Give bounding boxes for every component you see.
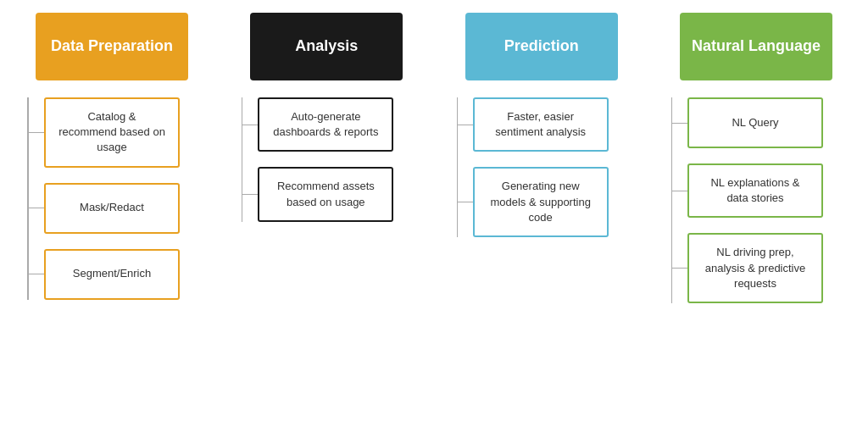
item-label-nl-explanations: NL explanations & data stories [701, 175, 810, 206]
header-label-data-preparation: Data Preparation [51, 36, 173, 56]
h-tick-generating [458, 202, 473, 202]
h-tick-nl-driving [672, 268, 687, 269]
h-tick [29, 132, 44, 133]
item-label-recommend: Recommend assets based on usage [271, 179, 380, 209]
items-stack-green: NL Query NL explanations & data stories … [672, 97, 841, 303]
h-tick-nl-query [672, 123, 687, 124]
header-data-preparation: Data Preparation [36, 13, 188, 80]
item-box-autogenerate: Auto-generate dashboards & reports [258, 97, 393, 152]
item-label-autogenerate: Auto-generate dashboards & reports [271, 109, 380, 140]
item-row-autogenerate: Auto-generate dashboards & reports [242, 97, 411, 152]
main-diagram: Data Preparation Catalog & recommend bas… [19, 13, 849, 419]
column-body-prediction: Faster, easier sentiment analysis Genera… [457, 97, 626, 237]
item-row-catalog: Catalog & recommend based on usage [29, 97, 197, 168]
header-analysis: Analysis [250, 13, 403, 80]
item-box-catalog: Catalog & recommend based on usage [44, 97, 180, 168]
item-label-catalog: Catalog & recommend based on usage [58, 109, 166, 156]
column-body-analysis: Auto-generate dashboards & reports Recom… [242, 97, 411, 222]
column-natural-language: Natural Language NL Query NL explanation… [663, 13, 849, 303]
item-label-generating: Generating new models & supporting code [487, 179, 595, 225]
item-label-segment: Segment/Enrich [73, 266, 152, 281]
item-row-segment: Segment/Enrich [29, 249, 197, 300]
column-data-preparation: Data Preparation Catalog & recommend bas… [19, 13, 205, 300]
header-natural-language: Natural Language [680, 13, 832, 80]
item-box-nl-query: NL Query [687, 97, 823, 148]
h-tick-segment [29, 274, 44, 274]
h-tick-mask [29, 208, 44, 208]
item-row-nl-driving: NL driving prep, analysis & predictive r… [672, 233, 841, 303]
item-box-sentiment: Faster, easier sentiment analysis [473, 97, 609, 152]
header-prediction: Prediction [465, 13, 618, 80]
item-row-nl-explanations: NL explanations & data stories [672, 163, 841, 218]
items-stack-orange: Catalog & recommend based on usage Mask/… [29, 97, 197, 300]
item-row-mask: Mask/Redact [29, 183, 197, 234]
h-tick-autogenerate [242, 125, 258, 125]
vertical-line-orange [28, 97, 29, 300]
header-label-analysis: Analysis [295, 36, 358, 56]
item-box-mask: Mask/Redact [44, 183, 180, 234]
item-row-generating: Generating new models & supporting code [458, 167, 626, 237]
item-label-nl-driving: NL driving prep, analysis & predictive r… [701, 245, 810, 291]
item-label-sentiment: Faster, easier sentiment analysis [487, 109, 595, 140]
vertical-line-green [671, 97, 672, 303]
column-prediction: Prediction Faster, easier sentiment anal… [448, 13, 635, 237]
item-box-nl-explanations: NL explanations & data stories [687, 163, 823, 218]
column-body-natural-language: NL Query NL explanations & data stories … [671, 97, 841, 303]
vertical-line-blue [457, 97, 458, 237]
item-row-sentiment: Faster, easier sentiment analysis [458, 97, 626, 152]
item-row-recommend: Recommend assets based on usage [242, 167, 411, 221]
vertical-line-black [242, 97, 242, 222]
h-tick-recommend [242, 194, 258, 195]
header-label-natural-language: Natural Language [692, 36, 821, 56]
item-box-generating: Generating new models & supporting code [473, 167, 609, 237]
column-body-data-preparation: Catalog & recommend based on usage Mask/… [27, 97, 197, 300]
item-label-nl-query: NL Query [732, 115, 778, 130]
column-analysis: Analysis Auto-generate dashboards & repo… [233, 13, 420, 222]
h-tick-nl-explanations [672, 191, 687, 191]
h-tick-sentiment [458, 125, 473, 125]
item-box-segment: Segment/Enrich [44, 249, 180, 300]
item-box-nl-driving: NL driving prep, analysis & predictive r… [687, 233, 823, 303]
item-label-mask: Mask/Redact [80, 200, 144, 215]
items-stack-blue: Faster, easier sentiment analysis Genera… [458, 97, 626, 237]
items-stack-black: Auto-generate dashboards & reports Recom… [242, 97, 411, 222]
header-label-prediction: Prediction [504, 36, 579, 56]
item-box-recommend: Recommend assets based on usage [258, 167, 393, 221]
item-row-nl-query: NL Query [672, 97, 841, 148]
